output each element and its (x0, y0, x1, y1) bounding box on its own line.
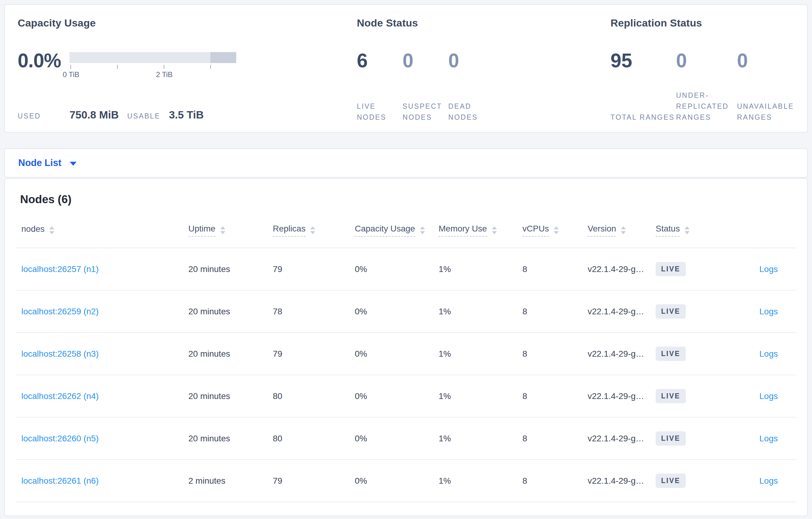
gauge-tick-label-2: 2 TiB (156, 70, 173, 79)
usable-value: 3.5 TiB (169, 109, 204, 121)
capacity-cell: 0% (354, 460, 438, 502)
memory-cell: 1% (438, 248, 522, 290)
replicas-cell: 79 (272, 248, 354, 290)
replicas-cell: 79 (272, 460, 354, 502)
nodes-section-title: Nodes (6) (20, 192, 796, 207)
version-cell: v22.1.4-29-g… (587, 417, 655, 460)
suspect-nodes-value: 0 (403, 51, 448, 70)
capacity-percent: 0.0% (18, 51, 69, 79)
live-nodes-label: LIVE NODES (357, 101, 403, 132)
replicas-cell: 79 (272, 333, 354, 375)
suspect-nodes-label: SUSPECT NODES (403, 101, 448, 132)
sort-icon (554, 226, 559, 234)
status-badge: LIVE (656, 346, 686, 361)
logs-link[interactable]: Logs (759, 349, 778, 359)
status-badge: LIVE (656, 474, 686, 488)
capacity-cell: 0% (354, 248, 438, 290)
node-status-title: Node Status (357, 17, 607, 29)
live-nodes-value: 6 (357, 51, 403, 70)
capacity-gauge-ticks (69, 65, 236, 69)
memory-cell: 1% (438, 460, 522, 502)
version-cell: v22.1.4-29-g… (587, 290, 655, 333)
used-value: 750.8 MiB (69, 109, 119, 121)
table-row: localhost:26261 (n6) 2 minutes 79 0% 1% … (16, 460, 796, 502)
unavailable-ranges-stat: 0 UNAVAILABLE RANGES (737, 51, 807, 132)
logs-link[interactable]: Logs (759, 391, 778, 401)
suspect-nodes-stat: 0 SUSPECT NODES (403, 51, 448, 132)
column-header-uptime[interactable]: Uptime (188, 213, 272, 248)
status-badge: LIVE (656, 431, 686, 446)
usable-label: USABLE (127, 112, 160, 120)
node-link[interactable]: localhost:26257 (n1) (21, 264, 99, 274)
replicas-cell: 80 (272, 375, 354, 417)
dead-nodes-label: DEAD NODES (448, 101, 494, 132)
unavailable-ranges-label: UNAVAILABLE RANGES (737, 101, 802, 132)
version-cell: v22.1.4-29-g… (587, 248, 655, 290)
column-header-vcpus[interactable]: vCPUs (522, 213, 587, 248)
table-header-row: nodes Uptime Replicas Capacity Usage Mem… (16, 213, 796, 248)
logs-link[interactable]: Logs (759, 476, 778, 486)
gauge-tick-label-0: 0 TiB (63, 70, 80, 79)
memory-cell: 1% (438, 290, 522, 333)
node-list-dropdown[interactable]: Node List (18, 157, 77, 169)
logs-link[interactable]: Logs (759, 307, 778, 316)
capacity-usage-panel: Capacity Usage 0.0% 0 TiB 2 TiB (5, 5, 354, 132)
capacity-cell: 0% (354, 333, 438, 375)
under-replicated-ranges-stat: 0 UNDER-REPLICATED RANGES (676, 51, 737, 132)
nodes-table-card: Nodes (6) nodes Uptime Replicas (4, 178, 808, 516)
column-header-capacity-usage[interactable]: Capacity Usage (354, 213, 438, 248)
column-header-nodes[interactable]: nodes (16, 213, 188, 248)
node-link[interactable]: localhost:26261 (n6) (21, 476, 99, 486)
cluster-summary-card: Capacity Usage 0.0% 0 TiB 2 TiB (4, 4, 808, 132)
version-cell: v22.1.4-29-g… (587, 460, 655, 502)
capacity-usage-title: Capacity Usage (18, 17, 354, 29)
total-ranges-value: 95 (611, 51, 676, 70)
status-badge: LIVE (656, 304, 686, 318)
uptime-cell: 20 minutes (188, 290, 272, 333)
vcpus-cell: 8 (522, 375, 587, 417)
total-ranges-stat: 95 TOTAL RANGES (611, 51, 676, 132)
status-badge: LIVE (656, 262, 686, 276)
table-row: localhost:26259 (n2) 20 minutes 78 0% 1%… (16, 290, 796, 333)
uptime-cell: 20 minutes (188, 248, 272, 290)
sort-icon (49, 226, 54, 234)
capacity-cell: 0% (354, 375, 438, 417)
column-header-version[interactable]: Version (587, 213, 655, 248)
node-link[interactable]: localhost:26258 (n3) (21, 349, 99, 359)
uptime-cell: 2 minutes (188, 460, 272, 502)
sort-icon (310, 226, 315, 234)
column-header-memory-use[interactable]: Memory Use (438, 213, 522, 248)
memory-cell: 1% (438, 375, 522, 417)
vcpus-cell: 8 (522, 290, 587, 333)
node-list-dropdown-label: Node List (18, 157, 61, 169)
sort-icon (492, 226, 497, 234)
capacity-cell: 0% (354, 290, 438, 333)
under-replicated-ranges-label: UNDER-REPLICATED RANGES (676, 90, 737, 132)
logs-link[interactable]: Logs (759, 264, 778, 274)
replication-status-title: Replication Status (611, 17, 807, 29)
logs-link[interactable]: Logs (759, 434, 778, 443)
column-header-replicas[interactable]: Replicas (272, 213, 354, 248)
version-cell: v22.1.4-29-g… (587, 375, 655, 417)
node-link[interactable]: localhost:26262 (n4) (21, 391, 99, 401)
sort-icon (221, 226, 225, 234)
total-ranges-label: TOTAL RANGES (611, 112, 675, 132)
node-link[interactable]: localhost:26260 (n5) (21, 434, 99, 443)
uptime-cell: 20 minutes (188, 375, 272, 417)
sort-icon (420, 226, 425, 234)
column-header-status[interactable]: Status (655, 213, 723, 248)
sort-icon (621, 226, 626, 234)
version-cell: v22.1.4-29-g… (587, 333, 655, 375)
vcpus-cell: 8 (522, 417, 587, 460)
table-row: localhost:26258 (n3) 20 minutes 79 0% 1%… (16, 333, 796, 375)
used-label: USED (18, 112, 69, 120)
table-row: localhost:26262 (n4) 20 minutes 80 0% 1%… (16, 375, 796, 417)
capacity-cell: 0% (354, 417, 438, 460)
cluster-overview-page: Capacity Usage 0.0% 0 TiB 2 TiB (0, 0, 812, 519)
node-link[interactable]: localhost:26259 (n2) (21, 307, 99, 316)
view-selector-card: Node List (4, 148, 808, 178)
memory-cell: 1% (438, 333, 522, 375)
replication-status-panel: Replication Status 95 TOTAL RANGES 0 UND… (607, 5, 807, 132)
capacity-gauge: 0 TiB 2 TiB (69, 52, 236, 79)
capacity-gauge-bar (69, 52, 236, 63)
